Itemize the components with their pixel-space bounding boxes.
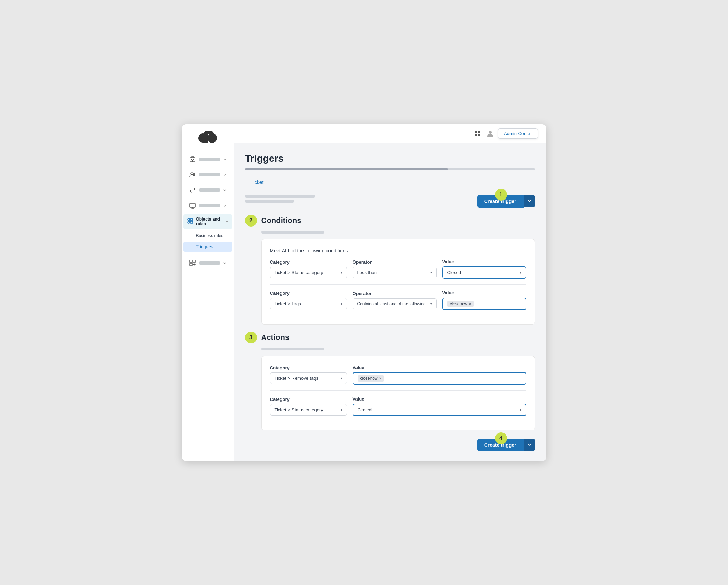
condition-1-operator-label: Operator bbox=[353, 259, 437, 265]
actions-sub-bar bbox=[261, 348, 324, 350]
action-2-value-label: Value bbox=[353, 396, 526, 402]
meet-label: Meet ALL of the following conditions bbox=[270, 248, 526, 253]
action-1-tag-remove[interactable]: × bbox=[379, 376, 381, 381]
step-1-badge: 1 bbox=[495, 189, 507, 201]
step-4-number: 4 bbox=[499, 435, 502, 441]
chevron-down-icon: ▾ bbox=[520, 271, 521, 274]
chevron-down-icon bbox=[225, 220, 229, 223]
condition-2-operator-select[interactable]: Contains at least one of the following ▾ bbox=[353, 298, 437, 309]
tab-ticket[interactable]: Ticket bbox=[245, 176, 269, 189]
conditions-section: 2 Conditions Meet ALL of the following c… bbox=[245, 215, 535, 325]
step-2-badge: 2 bbox=[245, 215, 257, 227]
svg-rect-3 bbox=[192, 160, 193, 162]
svg-point-9 bbox=[188, 221, 190, 223]
action-2-category-group: Category Ticket > Status category ▾ bbox=[270, 397, 347, 416]
filter-bars bbox=[245, 195, 315, 203]
condition-2-tag: closenow × bbox=[447, 301, 474, 307]
logo bbox=[197, 130, 218, 144]
sidebar: Objects and rules Business rules Trigger… bbox=[182, 124, 234, 461]
condition-1-category-value: Ticket > Status category bbox=[275, 270, 323, 275]
sidebar-item-users-label bbox=[199, 173, 220, 176]
chevron-down-icon: ▾ bbox=[520, 408, 521, 412]
svg-point-7 bbox=[188, 218, 190, 221]
bottom-create-trigger-dropdown[interactable] bbox=[524, 439, 535, 451]
chevron-down-icon bbox=[223, 204, 227, 207]
chevron-down-icon: ▾ bbox=[341, 408, 342, 412]
action-2-value-group: Value Closed ▾ bbox=[353, 396, 526, 416]
action-1-value-group: Value closenow × bbox=[353, 365, 526, 385]
sidebar-item-apps[interactable] bbox=[184, 256, 231, 270]
condition-2-category-select[interactable]: Ticket > Tags ▾ bbox=[270, 298, 347, 309]
condition-1-value-select[interactable]: Closed ▾ bbox=[442, 266, 526, 279]
topbar: Admin Center bbox=[234, 124, 546, 143]
conditions-title: Conditions bbox=[261, 216, 301, 225]
chevron-down-icon: ▾ bbox=[430, 302, 432, 306]
svg-rect-1 bbox=[191, 159, 192, 160]
action-2-value-select[interactable]: Closed ▾ bbox=[353, 404, 526, 416]
topbar-icons: Admin Center bbox=[473, 128, 538, 139]
sidebar-item-channels[interactable] bbox=[184, 183, 231, 197]
actions-panel: Category Ticket > Remove tags ▾ Value bbox=[261, 356, 535, 430]
svg-rect-13 bbox=[190, 263, 192, 266]
actions-section: 3 Actions Category Ti bbox=[245, 332, 535, 451]
admin-center-button[interactable]: Admin Center bbox=[498, 128, 538, 139]
arrows-icon bbox=[189, 187, 196, 194]
svg-rect-10 bbox=[190, 221, 193, 223]
sidebar-item-business-rules[interactable]: Business rules bbox=[183, 231, 232, 241]
action-row-2: Category Ticket > Status category ▾ Valu… bbox=[270, 396, 526, 416]
condition-1-value-label: Value bbox=[442, 259, 526, 264]
business-rules-label: Business rules bbox=[196, 233, 223, 238]
chevron-down-icon: ▾ bbox=[341, 376, 342, 380]
condition-1-category-group: Category Ticket > Status category ▾ bbox=[270, 259, 347, 278]
action-1-category-select[interactable]: Ticket > Remove tags ▾ bbox=[270, 372, 347, 384]
condition-2-category-label: Category bbox=[270, 291, 347, 296]
svg-point-8 bbox=[190, 218, 193, 221]
svg-point-4 bbox=[191, 173, 193, 175]
svg-point-5 bbox=[193, 173, 195, 175]
tabs: Ticket bbox=[245, 176, 535, 189]
condition-1-value-group: Value Closed ▾ bbox=[442, 259, 526, 279]
chevron-down-icon bbox=[223, 261, 227, 265]
bottom-actions: 4 Create trigger bbox=[261, 439, 535, 451]
sidebar-item-channels-label bbox=[199, 188, 220, 192]
svg-rect-2 bbox=[193, 159, 194, 160]
action-1-category-label: Category bbox=[270, 365, 347, 370]
action-1-value-input[interactable]: closenow × bbox=[353, 372, 526, 385]
main-content: Admin Center Triggers Ticket 1 bbox=[234, 124, 546, 461]
divider-1 bbox=[270, 284, 526, 285]
svg-rect-15 bbox=[478, 131, 480, 133]
condition-2-value-label: Value bbox=[442, 290, 526, 295]
condition-2-category-group: Category Ticket > Tags ▾ bbox=[270, 291, 347, 309]
conditions-panel: Meet ALL of the following conditions Cat… bbox=[261, 239, 535, 325]
create-trigger-area: 1 Create trigger bbox=[477, 195, 535, 208]
progress-bar bbox=[245, 168, 535, 170]
step-1-number: 1 bbox=[499, 191, 502, 198]
condition-1-category-select[interactable]: Ticket > Status category ▾ bbox=[270, 267, 347, 278]
sidebar-objects-label: Objects and rules bbox=[196, 217, 222, 227]
condition-2-value-input[interactable]: closenow × bbox=[442, 298, 526, 310]
condition-2-tag-remove[interactable]: × bbox=[469, 302, 471, 306]
chevron-down-icon bbox=[527, 442, 532, 446]
objects-icon bbox=[187, 218, 193, 225]
sidebar-item-home[interactable] bbox=[184, 152, 231, 166]
create-trigger-dropdown[interactable] bbox=[524, 195, 535, 207]
sidebar-item-objects[interactable]: Objects and rules bbox=[183, 214, 232, 229]
condition-2-operator-value: Contains at least one of the following bbox=[357, 301, 426, 306]
action-2-category-value: Ticket > Status category bbox=[275, 407, 323, 412]
svg-point-18 bbox=[489, 131, 492, 134]
svg-rect-12 bbox=[193, 260, 195, 263]
sidebar-item-triggers[interactable]: Triggers bbox=[183, 242, 232, 252]
chevron-down-icon: ▾ bbox=[341, 302, 342, 306]
condition-2-category-value: Ticket > Tags bbox=[275, 301, 301, 306]
user-avatar-icon[interactable] bbox=[485, 128, 495, 138]
step-3-badge: 3 bbox=[245, 332, 257, 343]
condition-2-tag-value: closenow bbox=[450, 301, 467, 306]
sidebar-item-users[interactable] bbox=[184, 168, 231, 182]
triggers-label: Triggers bbox=[196, 244, 213, 249]
sidebar-item-workspace[interactable] bbox=[184, 199, 231, 213]
grid-icon[interactable] bbox=[473, 128, 483, 138]
condition-1-operator-select[interactable]: Less than ▾ bbox=[353, 267, 437, 278]
action-2-category-select[interactable]: Ticket > Status category ▾ bbox=[270, 404, 347, 416]
condition-row-2: Category Ticket > Tags ▾ Operator bbox=[270, 290, 526, 310]
divider-2 bbox=[270, 390, 526, 391]
